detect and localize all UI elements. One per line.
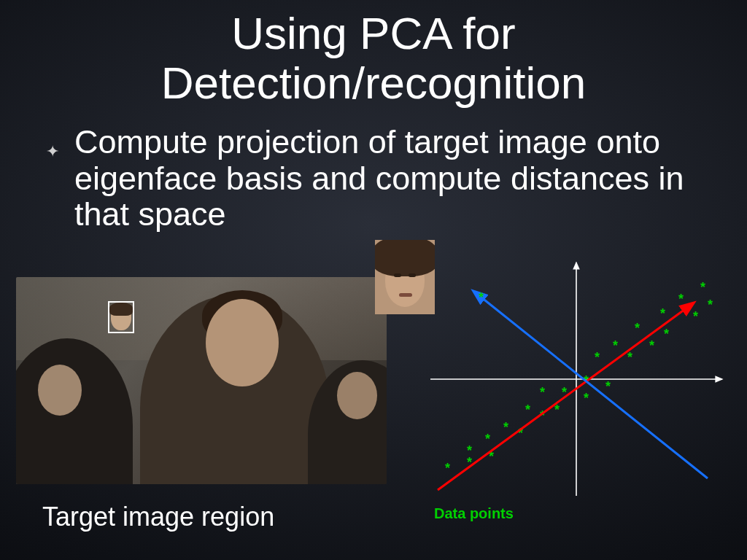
svg-text:*: * — [627, 350, 632, 365]
title-line-2: Detection/recognition — [161, 58, 586, 108]
title-line-1: Using PCA for — [231, 8, 515, 58]
svg-text:*: * — [445, 461, 450, 475]
svg-text:*: * — [635, 321, 640, 335]
svg-text:*: * — [649, 338, 654, 353]
slide-title: Using PCA for Detection/recognition — [0, 9, 747, 108]
svg-text:*: * — [700, 280, 705, 295]
svg-text:*: * — [595, 350, 600, 365]
svg-text:*: * — [605, 379, 611, 394]
svg-text:*: * — [525, 402, 530, 417]
face-detection-box — [108, 301, 134, 333]
svg-text:*: * — [503, 420, 508, 435]
pca-scatter-diagram: ************************** * — [416, 255, 737, 503]
svg-text:*: * — [693, 309, 698, 324]
svg-line-28 — [438, 303, 693, 490]
svg-line-29 — [474, 292, 708, 478]
svg-text:*: * — [540, 385, 545, 400]
svg-text:*: * — [613, 338, 618, 353]
bullet-icon: ✦ — [46, 142, 59, 161]
svg-text:*: * — [664, 327, 669, 341]
svg-text:*: * — [485, 432, 490, 446]
target-image-photo — [16, 277, 387, 484]
svg-text:*: * — [708, 298, 713, 312]
svg-text:*: * — [479, 290, 484, 305]
svg-text:*: * — [584, 391, 589, 405]
caption-data-points: Data points — [434, 505, 514, 522]
svg-text:*: * — [660, 306, 665, 321]
caption-target-image-region: Target image region — [42, 502, 274, 532]
bullet-text: Compute projection of target image onto … — [74, 124, 735, 233]
svg-text:*: * — [678, 292, 684, 306]
